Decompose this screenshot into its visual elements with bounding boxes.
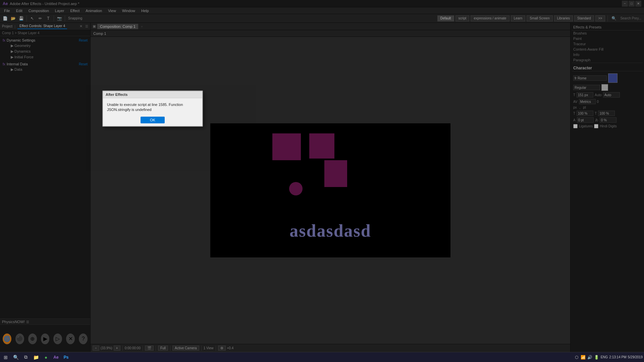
- taskbar-lang: ENG: [601, 355, 608, 359]
- tray-network[interactable]: 📶: [581, 355, 586, 360]
- taskbar-date: 5/29/2019: [628, 355, 643, 359]
- taskbar-chrome[interactable]: ●: [42, 353, 50, 362]
- taskbar-time: 2:13:14 PM: [609, 355, 626, 359]
- taskbar-ae[interactable]: Ae: [52, 353, 60, 362]
- dialog-footer: OK: [103, 115, 202, 126]
- dialog-overlay: After Effects Unable to execute script a…: [0, 0, 644, 362]
- dialog-message: Unable to execute script at line 1585. F…: [107, 103, 183, 112]
- taskbar: ⊞ 🔍 ⧉ 📁 ● Ae Ps ⬡ 📶 🔊 🔋 ENG 2:13:14 PM 5…: [0, 352, 644, 362]
- tray-icons[interactable]: ⬡: [574, 355, 579, 360]
- taskbar-taskview[interactable]: ⧉: [21, 353, 30, 362]
- tray-battery[interactable]: 🔋: [594, 355, 599, 360]
- dialog-box: After Effects Unable to execute script a…: [102, 90, 203, 127]
- dialog-ok-button[interactable]: OK: [141, 117, 165, 123]
- taskbar-ps[interactable]: Ps: [62, 353, 70, 362]
- dialog-title-bar: After Effects: [103, 91, 202, 98]
- tray-volume[interactable]: 🔊: [587, 355, 593, 360]
- taskbar-start[interactable]: ⊞: [1, 353, 10, 362]
- dialog-body: Unable to execute script at line 1585. F…: [103, 98, 202, 115]
- taskbar-search[interactable]: 🔍: [11, 353, 20, 362]
- taskbar-right: ⬡ 📶 🔊 🔋 ENG 2:13:14 PM 5/29/2019: [574, 355, 643, 360]
- taskbar-explorer[interactable]: 📁: [32, 353, 40, 362]
